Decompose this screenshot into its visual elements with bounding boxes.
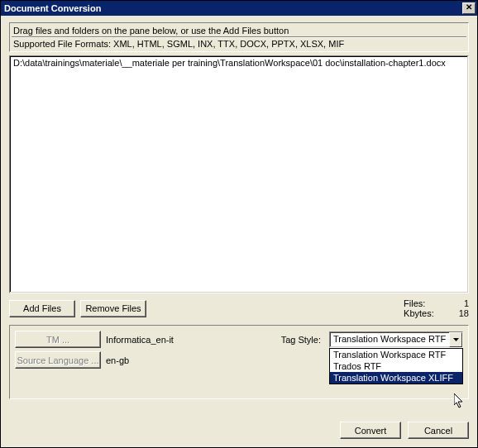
file-row[interactable]: D:\data\trainings\materiale\__materiale … — [13, 58, 465, 68]
cursor-icon — [454, 393, 466, 410]
titlebar: Document Conversion ✕ — [1, 1, 477, 16]
tm-row: TM ... Informatica_en-it Tag Style: Tran… — [15, 331, 463, 348]
stats-panel: Files: 1 Kbytes: 18 — [404, 298, 469, 318]
source-lang-value: en-gb — [106, 355, 129, 365]
add-files-button[interactable]: Add Files — [9, 300, 75, 317]
source-language-button[interactable]: Source Language ... — [15, 351, 101, 369]
file-list[interactable]: D:\data\trainings\materiale\__materiale … — [9, 55, 469, 293]
dialog-footer: Convert Cancel — [1, 415, 477, 447]
tag-style-label: Tag Style: — [281, 335, 321, 345]
dialog-content: Drag files and folders on the pane below… — [1, 16, 477, 415]
convert-button[interactable]: Convert — [340, 422, 401, 439]
tag-style-combo[interactable]: Translation Workspace RTF Translation Wo… — [329, 331, 463, 348]
dropdown-option[interactable]: Trados RTF — [330, 360, 462, 372]
tm-button[interactable]: TM ... — [15, 331, 101, 348]
file-buttons-row: Add Files Remove Files Files: 1 Kbytes: … — [9, 298, 469, 318]
settings-panel: TM ... Informatica_en-it Tag Style: Tran… — [9, 325, 469, 399]
remove-files-button[interactable]: Remove Files — [80, 300, 146, 317]
cancel-button[interactable]: Cancel — [408, 422, 469, 439]
drag-hint-text: Drag files and folders on the pane below… — [12, 25, 466, 36]
tag-style-dropdown: Translation Workspace RTF Trados RTF Tra… — [329, 348, 463, 384]
dialog-window: Document Conversion ✕ Drag files and fol… — [0, 0, 478, 448]
window-title: Document Conversion — [4, 3, 462, 13]
close-icon: ✕ — [466, 2, 472, 12]
kbytes-label: Kbytes: — [404, 308, 434, 318]
kbytes-value: 18 — [459, 308, 469, 318]
tm-value: Informatica_en-it — [106, 335, 174, 345]
svg-marker-1 — [454, 393, 462, 407]
files-count-value: 1 — [459, 298, 469, 308]
dropdown-option-selected[interactable]: Translation Workspace XLIFF — [330, 372, 462, 384]
files-count-label: Files: — [404, 298, 434, 308]
info-panel: Drag files and folders on the pane below… — [9, 22, 469, 52]
svg-marker-0 — [453, 338, 459, 341]
supported-formats-text: Supported File Formats: XML, HTML, SGML,… — [12, 38, 466, 50]
dropdown-option[interactable]: Translation Workspace RTF — [330, 349, 462, 360]
chevron-down-icon[interactable] — [449, 332, 462, 347]
tag-style-selected: Translation Workspace RTF — [330, 332, 449, 347]
close-button[interactable]: ✕ — [462, 2, 476, 14]
tag-style-combobox[interactable]: Translation Workspace RTF — [329, 331, 463, 348]
